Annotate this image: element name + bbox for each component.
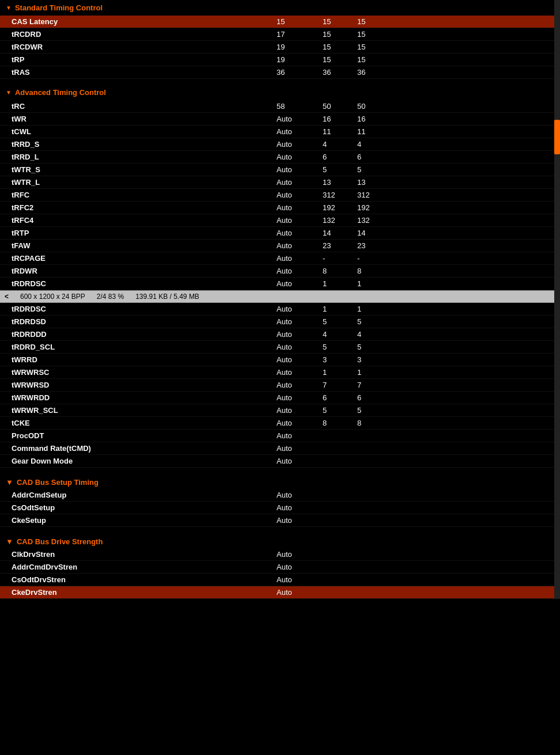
row-val1: 36: [277, 68, 323, 77]
row-val1: Auto: [277, 575, 323, 584]
collapse-arrow-standard[interactable]: ▼: [6, 5, 12, 11]
row-label: tRC: [12, 102, 277, 111]
table-row[interactable]: tRP191515: [0, 54, 560, 66]
row-label: tWRWR_SCL: [12, 406, 277, 415]
table-row[interactable]: tRDRDSDAuto55: [0, 316, 560, 328]
collapse-arrow-cad-drive[interactable]: ▼: [6, 537, 13, 546]
table-row[interactable]: tRCPAGEAuto--: [0, 252, 560, 265]
table-row[interactable]: tRFC4Auto132132: [0, 214, 560, 227]
row-label: tRDRDSC: [12, 279, 277, 288]
table-row[interactable]: CkeDrvStrenAuto: [0, 586, 560, 599]
table-row[interactable]: tWRWRSCAuto11: [0, 366, 560, 379]
row-val3: 312: [357, 191, 392, 199]
row-val1: Auto: [277, 165, 323, 174]
row-val3: 15: [357, 55, 392, 64]
row-val3: 36: [357, 68, 392, 77]
table-row[interactable]: CkeSetupAuto: [0, 514, 560, 527]
row-val1: 17: [277, 30, 323, 39]
table-row[interactable]: tFAWAuto2323: [0, 240, 560, 252]
scrollbar[interactable]: [554, 0, 560, 599]
row-val1: Auto: [277, 279, 323, 288]
table-row[interactable]: tRCDWR191515: [0, 41, 560, 54]
table-row[interactable]: ClkDrvStrenAuto: [0, 548, 560, 561]
row-val1: Auto: [277, 115, 323, 123]
collapse-arrow-advanced[interactable]: ▼: [6, 89, 12, 96]
row-val2: 14: [323, 229, 357, 237]
row-val3: 16: [357, 115, 392, 123]
row-val3: 132: [357, 216, 392, 225]
row-val3: 11: [357, 127, 392, 136]
row-val2: 132: [323, 216, 357, 225]
nav-arrow-left[interactable]: <: [5, 293, 9, 301]
table-row[interactable]: tRFC2Auto192192: [0, 202, 560, 214]
table-row[interactable]: tRDRDSCAuto11: [0, 278, 560, 290]
advanced-timing-bottom: tRDRDSCAuto11tRDRDSDAuto55tRDRDDDAuto44t…: [0, 303, 560, 468]
table-row[interactable]: tWRAuto1616: [0, 113, 560, 126]
row-val3: 15: [357, 43, 392, 51]
row-val1: Auto: [277, 368, 323, 377]
table-row[interactable]: tRRD_SAuto44: [0, 138, 560, 151]
table-row[interactable]: tWRWRSDAuto77: [0, 379, 560, 392]
table-row[interactable]: tWRWR_SCLAuto55: [0, 404, 560, 417]
row-label: tRCDRD: [12, 30, 277, 39]
row-val1: Auto: [277, 393, 323, 402]
scrollbar-thumb[interactable]: [554, 120, 560, 154]
row-label: tRAS: [12, 68, 277, 77]
row-val1: Auto: [277, 317, 323, 326]
table-row[interactable]: AddrCmdDrvStrenAuto: [0, 561, 560, 574]
table-row[interactable]: tRFCAuto312312: [0, 189, 560, 202]
table-row[interactable]: CsOdtSetupAuto: [0, 502, 560, 514]
row-label: Gear Down Mode: [12, 457, 277, 465]
table-row[interactable]: Gear Down ModeAuto: [0, 455, 560, 468]
row-label: tRDRDSC: [12, 305, 277, 313]
row-val2: 15: [323, 43, 357, 51]
table-row[interactable]: tWTR_SAuto55: [0, 164, 560, 176]
row-val1: Auto: [277, 241, 323, 250]
row-val3: 13: [357, 178, 392, 187]
row-val2: 15: [323, 30, 357, 39]
row-val1: Auto: [277, 355, 323, 364]
cad-bus-drive-rows: ClkDrvStrenAutoAddrCmdDrvStrenAutoCsOdtD…: [0, 548, 560, 599]
row-label: Command Rate(tCMD): [12, 444, 277, 453]
table-row[interactable]: tWRWRDDAuto66: [0, 392, 560, 404]
row-val3: 3: [357, 355, 392, 364]
row-val2: 4: [323, 140, 357, 149]
row-val3: -: [357, 254, 392, 263]
table-row[interactable]: tWTR_LAuto1313: [0, 176, 560, 189]
row-val2: 15: [323, 17, 357, 26]
row-val1: Auto: [277, 588, 323, 597]
table-row[interactable]: Command Rate(tCMD)Auto: [0, 442, 560, 455]
row-val3: 5: [357, 343, 392, 351]
row-val1: 58: [277, 102, 323, 111]
table-row[interactable]: tRC585050: [0, 100, 560, 113]
row-val1: Auto: [277, 140, 323, 149]
row-val1: Auto: [277, 406, 323, 415]
table-row[interactable]: CAS Latency151515: [0, 16, 560, 28]
table-row[interactable]: tRAS363636: [0, 66, 560, 79]
table-row[interactable]: tRDRDSCAuto11: [0, 303, 560, 316]
table-row[interactable]: tRDWRAuto88: [0, 265, 560, 278]
row-val1: Auto: [277, 381, 323, 389]
row-val1: Auto: [277, 203, 323, 212]
table-row[interactable]: ProcODTAuto: [0, 430, 560, 442]
table-row[interactable]: tCWLAuto1111: [0, 126, 560, 138]
row-val1: Auto: [277, 563, 323, 571]
table-row[interactable]: AddrCmdSetupAuto: [0, 489, 560, 502]
row-val3: 5: [357, 317, 392, 326]
table-row[interactable]: tRRD_LAuto66: [0, 151, 560, 164]
table-row[interactable]: tWRRDAuto33: [0, 354, 560, 366]
row-val3: 8: [357, 419, 392, 427]
row-val1: Auto: [277, 153, 323, 161]
row-label: ProcODT: [12, 431, 277, 440]
row-label: tWRWRSC: [12, 368, 277, 377]
row-val1: Auto: [277, 229, 323, 237]
table-row[interactable]: tRDRDDDAuto44: [0, 328, 560, 341]
row-val3: 50: [357, 102, 392, 111]
table-row[interactable]: CsOdtDrvStrenAuto: [0, 574, 560, 586]
table-row[interactable]: tRDRD_SCLAuto55: [0, 341, 560, 354]
table-row[interactable]: tRCDRD171515: [0, 28, 560, 41]
collapse-arrow-cad-setup[interactable]: ▼: [6, 478, 13, 487]
table-row[interactable]: tRTPAuto1414: [0, 227, 560, 240]
table-row[interactable]: tCKEAuto88: [0, 417, 560, 430]
row-val2: 7: [323, 381, 357, 389]
